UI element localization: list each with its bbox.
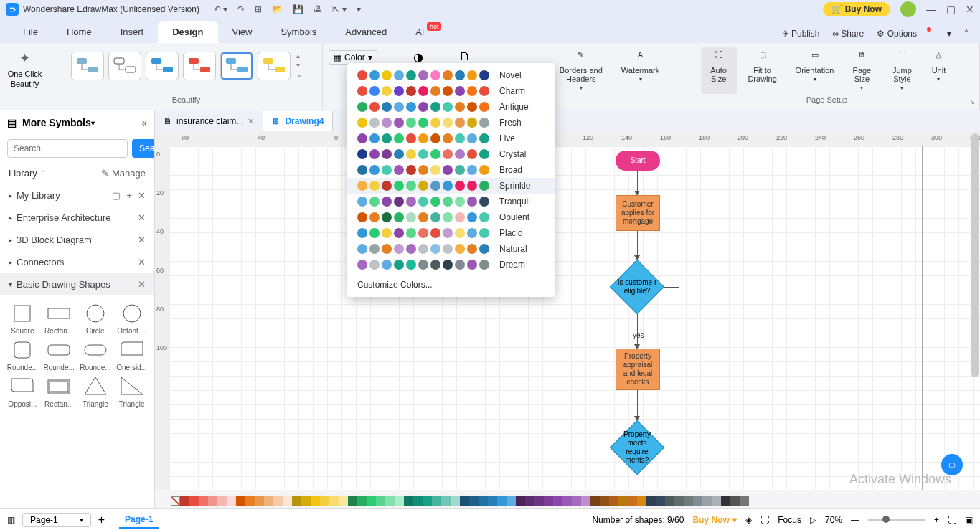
style-tile-2[interactable] [108, 52, 141, 80]
export-icon[interactable]: ⇱ ▾ [332, 4, 346, 14]
shape-onesid[interactable]: One sid... [115, 338, 149, 372]
color-swatch[interactable] [525, 496, 534, 506]
zoom-in-button[interactable]: + [934, 515, 939, 525]
color-swatch[interactable] [227, 496, 236, 506]
menu-symbols[interactable]: Symbols [266, 21, 331, 43]
color-swatch[interactable] [217, 496, 227, 506]
color-swatch[interactable] [488, 496, 497, 506]
color-swatch[interactable] [357, 496, 367, 506]
search-button[interactable]: Search [132, 139, 155, 158]
color-swatch[interactable] [273, 496, 283, 506]
lib-close-icon[interactable]: ✕ [138, 279, 146, 290]
color-swatch[interactable] [656, 496, 665, 506]
color-swatch[interactable] [693, 496, 702, 506]
fc-property-appraisal[interactable]: Property appraisal and legal checks [616, 349, 660, 390]
menu-design[interactable]: Design [158, 21, 217, 43]
page-selector[interactable]: Page-1▾ [22, 513, 91, 527]
add-page-button[interactable]: + [98, 514, 105, 526]
color-swatch[interactable] [376, 496, 385, 506]
play-icon[interactable]: ▷ [810, 515, 816, 525]
layers-icon[interactable]: ◈ [745, 515, 752, 525]
color-swatch[interactable] [292, 496, 301, 506]
lib-3d-block[interactable]: ▸3D Block Diagram✕ [0, 229, 154, 251]
color-swatch[interactable] [702, 496, 712, 506]
canvas[interactable]: Start Customer applies for mortgage Is c… [169, 146, 980, 490]
page-list-icon[interactable]: ▥ [7, 515, 15, 525]
no-fill-swatch[interactable] [171, 496, 180, 506]
redo-icon[interactable]: ↷ [237, 4, 245, 14]
lib-add-icon[interactable]: + [126, 190, 132, 201]
color-scheme-novel[interactable]: Novel [347, 67, 555, 83]
shape-rounde[interactable]: Rounde... [6, 338, 39, 372]
color-swatch[interactable] [684, 496, 693, 506]
color-swatch[interactable] [544, 496, 553, 506]
focus-button[interactable]: Focus [778, 515, 801, 525]
color-swatch[interactable] [423, 496, 432, 506]
shape-circle[interactable]: Circle [79, 301, 113, 335]
doc-tab-drawing4[interactable]: 🗎Drawing4 [263, 111, 333, 131]
style-gallery-arrows[interactable]: ▴▾⌄ [296, 52, 302, 80]
color-swatch[interactable] [534, 496, 544, 506]
color-swatch[interactable] [283, 496, 292, 506]
collapse-ribbon-icon[interactable]: ˄ [964, 29, 969, 39]
color-swatch[interactable] [516, 496, 525, 506]
publish-button[interactable]: ✈ Publish [782, 29, 820, 39]
color-swatch[interactable] [432, 496, 441, 506]
color-scheme-crystal[interactable]: Crystal [347, 146, 555, 162]
close-tab-icon[interactable]: ✕ [248, 117, 254, 126]
color-strip[interactable] [162, 493, 971, 508]
color-swatch[interactable] [590, 496, 600, 506]
color-swatch[interactable] [404, 496, 413, 506]
lib-close-icon[interactable]: ✕ [138, 257, 146, 268]
bg-fill-icon[interactable]: ◑ [413, 50, 423, 64]
style-tile-1[interactable] [71, 52, 104, 80]
one-click-beautify-button[interactable]: One Click Beautify [8, 69, 42, 89]
lib-close-icon[interactable]: ✕ [138, 235, 146, 245]
help-icon[interactable]: ▾ [947, 29, 951, 39]
style-tile-3[interactable] [146, 52, 179, 80]
color-scheme-charm[interactable]: Charm [347, 83, 555, 99]
lib-enterprise-arch[interactable]: ▸Enterprise Architecture✕ [0, 207, 154, 229]
lib-close-icon[interactable]: ✕ [138, 212, 146, 223]
library-collapse-icon[interactable]: ⌃ [40, 169, 46, 177]
shape-rounde[interactable]: Rounde... [79, 338, 113, 372]
color-swatch[interactable] [674, 496, 684, 506]
more-symbols-label[interactable]: More Symbols [22, 117, 91, 128]
color-swatch[interactable] [637, 496, 646, 506]
fc-start[interactable]: Start [616, 151, 660, 171]
shape-rectan[interactable]: Rectan... [42, 374, 76, 408]
color-swatch[interactable] [367, 496, 376, 506]
options-button[interactable]: ⚙ Options [877, 29, 917, 39]
customize-colors-button[interactable]: Customize Colors... [347, 273, 555, 293]
orientation-button[interactable]: ▭Orientation▾ [788, 47, 842, 94]
borders-headers-button[interactable]: ✎Borders and Headers▾ [552, 47, 610, 94]
shape-rounde[interactable]: Rounde... [42, 338, 76, 372]
lib-close-icon[interactable]: ✕ [138, 190, 146, 201]
color-swatch[interactable] [189, 496, 199, 506]
color-swatch[interactable] [385, 496, 395, 506]
save-icon[interactable]: 💾 [293, 4, 303, 14]
collapse-panel-icon[interactable]: « [141, 117, 147, 128]
color-scheme-natural[interactable]: Natural [347, 241, 555, 257]
auto-size-button[interactable]: ⛶Auto Size [701, 47, 737, 94]
fc-requirements-decision[interactable]: Property meets require ments? [610, 420, 664, 475]
page-size-button[interactable]: 🗎Page Size▾ [844, 47, 880, 94]
share-button[interactable]: ∞ Share [832, 29, 864, 39]
doc-tab-insurance[interactable]: 🗎insurance claim...✕ [155, 111, 263, 131]
color-scheme-dream[interactable]: Dream [347, 257, 555, 273]
color-swatch[interactable] [311, 496, 320, 506]
color-swatch[interactable] [245, 496, 255, 506]
color-swatch[interactable] [451, 496, 460, 506]
page-setup-expand-icon[interactable]: ↘ [969, 98, 975, 105]
style-tile-5[interactable] [220, 52, 253, 80]
lib-basic-shapes[interactable]: ▾Basic Drawing Shapes✕ [0, 273, 154, 295]
color-swatch[interactable] [665, 496, 674, 506]
color-swatch[interactable] [562, 496, 572, 506]
fit-page-icon[interactable]: ⛶ [948, 515, 956, 525]
menu-advanced[interactable]: Advanced [331, 21, 401, 43]
color-scheme-broad[interactable]: Broad [347, 162, 555, 178]
avatar[interactable] [900, 1, 916, 17]
jump-style-button[interactable]: ⌒Jump Style▾ [882, 47, 921, 94]
fc-customer-applies[interactable]: Customer applies for mortgage [616, 195, 660, 231]
panel-toggle-icon[interactable]: ▣ [965, 515, 973, 525]
